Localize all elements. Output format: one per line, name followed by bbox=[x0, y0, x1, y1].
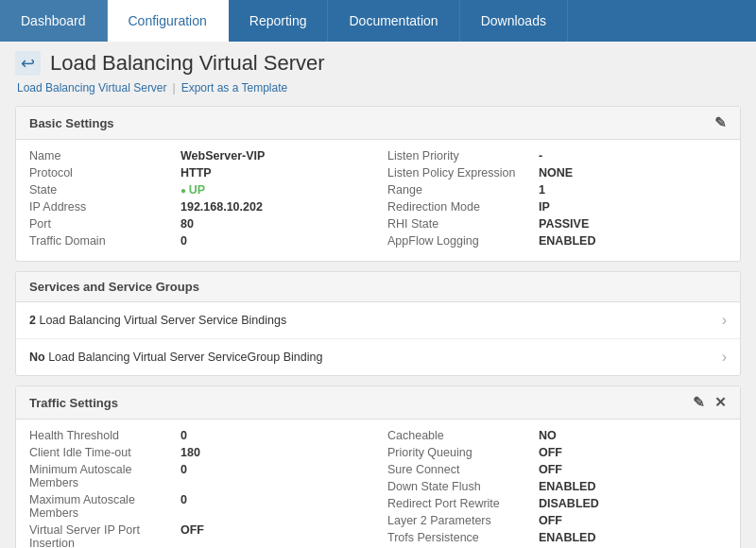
setting-row: Traffic Domain 0 bbox=[29, 234, 369, 248]
tab-dashboard[interactable]: Dashboard bbox=[0, 0, 108, 42]
chevron-right-icon: › bbox=[722, 349, 727, 366]
setting-row: Down State Flush ENABLED bbox=[387, 480, 727, 493]
services-bindings: 2 Load Balancing Virtual Server Service … bbox=[16, 302, 740, 375]
setting-label: Redirect Port Rewrite bbox=[387, 497, 539, 510]
breadcrumb: Load Balancing Virtual Server | Export a… bbox=[17, 81, 741, 94]
page-title: Load Balancing Virtual Server bbox=[50, 51, 325, 76]
basic-settings-header: Basic Settings ✎ bbox=[16, 107, 740, 140]
setting-value: OFF bbox=[539, 446, 562, 459]
breadcrumb-separator: | bbox=[173, 81, 176, 94]
setting-row: Maximum Autoscale Members 0 bbox=[29, 493, 369, 520]
traffic-settings-close-icon[interactable]: ✕ bbox=[714, 394, 727, 411]
setting-label: Down State Flush bbox=[387, 480, 539, 493]
setting-label: Minimum Autoscale Members bbox=[29, 463, 180, 489]
setting-value: 192.168.10.202 bbox=[180, 200, 263, 214]
setting-label: Maximum Autoscale Members bbox=[29, 493, 180, 520]
setting-value: WebServer-VIP bbox=[180, 149, 265, 163]
setting-label: Listen Priority bbox=[387, 149, 539, 163]
setting-value: ENABLED bbox=[539, 234, 595, 248]
setting-label: Health Threshold bbox=[29, 429, 180, 442]
back-button[interactable]: ↩ bbox=[15, 51, 41, 76]
services-card: Services and Service Groups 2 Load Balan… bbox=[15, 271, 741, 376]
services-title: Services and Service Groups bbox=[29, 280, 199, 294]
setting-row: Sure Connect OFF bbox=[387, 463, 727, 476]
basic-settings-actions: ✎ bbox=[714, 114, 727, 131]
setting-row: Listen Priority - bbox=[387, 149, 727, 163]
setting-label: Name bbox=[29, 149, 180, 163]
setting-value: 0 bbox=[180, 493, 187, 520]
basic-settings-left: Name WebServer-VIP Protocol HTTP State U… bbox=[29, 149, 369, 251]
setting-label: Listen Policy Expression bbox=[387, 166, 539, 180]
traffic-settings-left: Health Threshold 0 Client Idle Time-out … bbox=[29, 429, 369, 548]
tab-reporting[interactable]: Reporting bbox=[229, 0, 329, 42]
setting-label: Priority Queuing bbox=[387, 446, 539, 459]
basic-settings-card: Basic Settings ✎ Name WebServer-VIP Prot… bbox=[15, 106, 741, 262]
binding-text: 2 Load Balancing Virtual Server Service … bbox=[29, 314, 286, 327]
setting-row: RHI State PASSIVE bbox=[387, 217, 727, 231]
setting-label: State bbox=[29, 183, 180, 197]
tab-configuration[interactable]: Configuration bbox=[108, 0, 229, 42]
setting-value: HTTP bbox=[180, 166, 212, 180]
setting-value: NONE bbox=[539, 166, 573, 180]
basic-settings-body: Name WebServer-VIP Protocol HTTP State U… bbox=[16, 140, 740, 261]
traffic-settings-columns: Health Threshold 0 Client Idle Time-out … bbox=[29, 429, 727, 548]
setting-value: ENABLED bbox=[539, 531, 595, 544]
traffic-settings-body: Health Threshold 0 Client Idle Time-out … bbox=[16, 420, 740, 548]
setting-value: OFF bbox=[539, 463, 562, 476]
setting-row: Listen Policy Expression NONE bbox=[387, 166, 727, 180]
setting-value: 0 bbox=[180, 429, 187, 442]
setting-label: AppFlow Logging bbox=[387, 234, 539, 248]
setting-value: 0 bbox=[180, 234, 187, 248]
top-nav: Dashboard Configuration Reporting Docume… bbox=[0, 0, 756, 42]
traffic-settings-edit-icon[interactable]: ✎ bbox=[693, 394, 705, 411]
setting-row: IP Address 192.168.10.202 bbox=[29, 200, 369, 214]
setting-row: Minimum Autoscale Members 0 bbox=[29, 463, 369, 489]
setting-label: Client Idle Time-out bbox=[29, 446, 180, 459]
setting-value: 80 bbox=[180, 217, 194, 231]
setting-value: DISABLED bbox=[539, 497, 599, 510]
tab-downloads[interactable]: Downloads bbox=[460, 0, 568, 42]
traffic-settings-right: Cacheable NO Priority Queuing OFF Sure C… bbox=[387, 429, 727, 548]
services-header: Services and Service Groups bbox=[16, 272, 740, 302]
setting-label: Layer 2 Parameters bbox=[387, 514, 539, 527]
setting-row: Virtual Server IP Port Insertion OFF bbox=[29, 523, 369, 548]
setting-row: AppFlow Logging ENABLED bbox=[387, 234, 727, 248]
setting-value: - bbox=[539, 149, 542, 163]
basic-settings-right: Listen Priority - Listen Policy Expressi… bbox=[387, 149, 727, 251]
traffic-settings-actions: ✎ ✕ bbox=[693, 394, 727, 411]
setting-label: Cacheable bbox=[387, 429, 539, 442]
setting-label: Traffic Domain bbox=[29, 234, 180, 248]
setting-label: Virtual Server IP Port Insertion bbox=[29, 523, 180, 548]
setting-value: OFF bbox=[180, 523, 204, 548]
breadcrumb-link[interactable]: Load Balancing Virtual Server bbox=[17, 81, 167, 94]
setting-row: State UP bbox=[29, 183, 369, 197]
setting-row: Cacheable NO bbox=[387, 429, 727, 442]
basic-settings-edit-icon[interactable]: ✎ bbox=[714, 114, 727, 131]
binding-row[interactable]: No Load Balancing Virtual Server Service… bbox=[16, 339, 740, 375]
setting-row: Client Idle Time-out 180 bbox=[29, 446, 369, 459]
setting-label: Sure Connect bbox=[387, 463, 539, 476]
binding-text: No Load Balancing Virtual Server Service… bbox=[29, 351, 322, 364]
setting-value: OFF bbox=[539, 514, 562, 527]
page-header: ↩ Load Balancing Virtual Server bbox=[15, 51, 741, 76]
setting-row: Trofs Persistence ENABLED bbox=[387, 531, 727, 544]
page-content: ↩ Load Balancing Virtual Server Load Bal… bbox=[0, 42, 756, 548]
setting-label: Trofs Persistence bbox=[387, 531, 539, 544]
setting-value: 1 bbox=[539, 183, 545, 197]
setting-label: IP Address bbox=[29, 200, 180, 214]
setting-row: Range 1 bbox=[387, 183, 727, 197]
basic-settings-title: Basic Settings bbox=[29, 116, 114, 130]
setting-value: PASSIVE bbox=[539, 217, 589, 231]
binding-row[interactable]: 2 Load Balancing Virtual Server Service … bbox=[16, 302, 740, 339]
setting-label: RHI State bbox=[387, 217, 539, 231]
traffic-settings-header: Traffic Settings ✎ ✕ bbox=[16, 386, 740, 420]
setting-row: Name WebServer-VIP bbox=[29, 149, 369, 163]
setting-value: NO bbox=[539, 429, 557, 442]
chevron-right-icon: › bbox=[722, 312, 727, 329]
setting-label: Redirection Mode bbox=[387, 200, 539, 214]
setting-row: Priority Queuing OFF bbox=[387, 446, 727, 459]
setting-value: 0 bbox=[180, 463, 187, 489]
tab-documentation[interactable]: Documentation bbox=[328, 0, 459, 42]
setting-row: Protocol HTTP bbox=[29, 166, 369, 180]
export-template-link[interactable]: Export as a Template bbox=[181, 81, 288, 94]
